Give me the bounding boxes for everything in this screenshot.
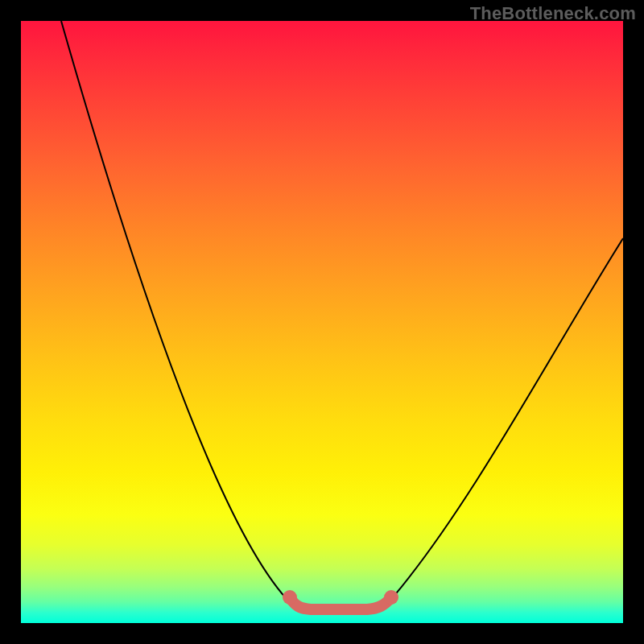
bottom-highlight	[290, 597, 391, 609]
chart-frame: TheBottleneck.com	[0, 0, 644, 644]
chart-svg	[21, 21, 623, 623]
watermark-label: TheBottleneck.com	[470, 3, 636, 24]
highlight-dot-right	[384, 590, 398, 605]
plot-area	[21, 21, 623, 623]
highlight-dot-left	[283, 590, 297, 605]
main-curve	[61, 21, 623, 610]
